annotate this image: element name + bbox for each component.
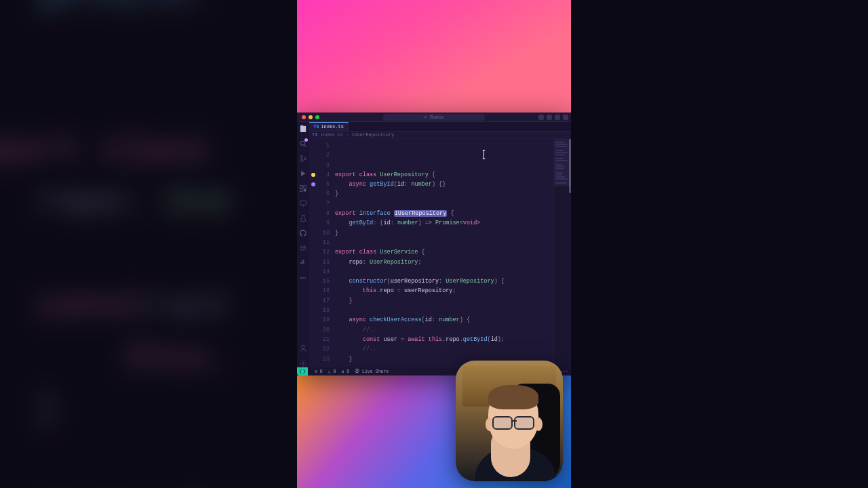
video-stage: ⌕ Поиск bbox=[297, 0, 571, 488]
text-cursor-icon bbox=[433, 140, 439, 150]
tab-label: index.ts bbox=[321, 124, 344, 129]
svg-rect-11 bbox=[300, 262, 302, 264]
scrollbar-thumb[interactable] bbox=[569, 139, 571, 193]
status-ports[interactable]: ⇅ 0 bbox=[341, 369, 349, 374]
line-number: 4 bbox=[317, 170, 330, 180]
account-icon[interactable] bbox=[299, 344, 307, 352]
titlebar: ⌕ Поиск bbox=[297, 113, 571, 122]
code-line[interactable]: repo: UserRepository; bbox=[335, 258, 552, 267]
line-number-gutter: 1234567891011121314151617181920212223 bbox=[317, 139, 332, 367]
line-number: 16 bbox=[317, 286, 330, 296]
svg-rect-12 bbox=[302, 262, 304, 264]
breadcrumb[interactable]: TS index.ts › IUserRepository bbox=[309, 131, 571, 139]
line-number: 8 bbox=[317, 209, 330, 218]
line-number: 7 bbox=[317, 199, 330, 209]
svg-point-16 bbox=[304, 277, 306, 279]
editor-group: TS index.ts TS index.ts › IUserRepositor… bbox=[309, 122, 571, 367]
svg-rect-5 bbox=[304, 186, 307, 188]
glyph-margin[interactable] bbox=[309, 139, 317, 367]
line-number: 6 bbox=[317, 189, 330, 199]
svg-rect-6 bbox=[300, 189, 303, 192]
customize-layout-icon[interactable] bbox=[563, 115, 568, 120]
code-line[interactable]: export class UserRepository { bbox=[335, 170, 552, 180]
status-errors[interactable]: ⊘ 0 bbox=[315, 369, 323, 374]
svg-rect-8 bbox=[300, 201, 307, 205]
run-debug-icon[interactable] bbox=[299, 169, 307, 178]
remote-explorer-icon[interactable] bbox=[299, 199, 307, 207]
line-number: 10 bbox=[317, 228, 330, 238]
svg-point-2 bbox=[300, 160, 302, 162]
panel-toggle-icon[interactable] bbox=[538, 115, 544, 120]
typescript-icon: TS bbox=[312, 132, 317, 138]
more-icon[interactable] bbox=[299, 274, 307, 282]
line-number: 20 bbox=[317, 325, 330, 335]
live-share-icon[interactable] bbox=[299, 244, 307, 252]
more-actions-icon[interactable] bbox=[563, 124, 568, 129]
line-number: 19 bbox=[317, 315, 330, 325]
minimap[interactable] bbox=[553, 139, 571, 367]
window-traffic-lights[interactable] bbox=[302, 115, 319, 119]
minimize-icon[interactable] bbox=[309, 115, 313, 119]
svg-rect-13 bbox=[302, 260, 304, 262]
source-control-icon[interactable] bbox=[299, 155, 307, 163]
code-line[interactable]: this.repo = userRepository; bbox=[335, 286, 552, 296]
selection-highlight: IUserRepository bbox=[394, 210, 448, 217]
line-number: 18 bbox=[317, 306, 330, 315]
github-icon[interactable] bbox=[299, 229, 307, 237]
code-line[interactable]: const user = await this.repo.getById(id)… bbox=[335, 335, 552, 344]
code-line[interactable] bbox=[335, 199, 552, 209]
breadcrumb-file[interactable]: index.ts bbox=[320, 132, 343, 138]
testing-icon[interactable] bbox=[299, 214, 307, 222]
line-number: 9 bbox=[317, 218, 330, 228]
code-line[interactable]: async checkUserAccess(id: number) { bbox=[335, 315, 552, 325]
editor-body: 1234567891011121314151617181920212223 ex… bbox=[309, 139, 571, 367]
code-line[interactable]: //... bbox=[335, 344, 552, 354]
code-line[interactable]: } bbox=[335, 189, 552, 199]
code-line[interactable]: } bbox=[335, 296, 552, 306]
breakpoint-icon[interactable] bbox=[311, 182, 315, 186]
extensions-icon[interactable] bbox=[299, 184, 307, 192]
lightbulb-icon[interactable] bbox=[311, 173, 315, 177]
line-number: 2 bbox=[317, 150, 330, 160]
code-line[interactable] bbox=[335, 238, 552, 247]
code-line[interactable]: getById: (id: number) => Promise<void> bbox=[335, 218, 552, 228]
line-number: 23 bbox=[317, 354, 330, 364]
close-icon[interactable] bbox=[302, 115, 306, 119]
code-line[interactable]: //... bbox=[335, 325, 552, 335]
code-line[interactable] bbox=[335, 267, 552, 277]
svg-point-3 bbox=[304, 158, 307, 160]
code-editor[interactable]: export class UserRepository { async getB… bbox=[332, 139, 553, 367]
typescript-icon: TS bbox=[313, 124, 319, 129]
code-line[interactable]: export class UserService { bbox=[335, 247, 552, 257]
status-warnings[interactable]: △ 0 bbox=[328, 369, 336, 374]
command-center-search[interactable]: ⌕ Поиск bbox=[383, 114, 485, 121]
svg-point-15 bbox=[302, 277, 304, 279]
settings-gear-icon[interactable] bbox=[299, 359, 307, 367]
code-line[interactable]: } bbox=[335, 228, 552, 238]
tab-index-ts[interactable]: TS index.ts bbox=[309, 122, 349, 131]
docker-icon[interactable] bbox=[299, 259, 307, 267]
code-line[interactable]: async getById(id: number) {} bbox=[335, 180, 552, 189]
source-control-badge bbox=[304, 138, 308, 142]
status-live-share[interactable]: ⦿ Live Share bbox=[355, 369, 389, 374]
titlebar-layout-controls[interactable] bbox=[538, 115, 568, 120]
code-line[interactable] bbox=[335, 306, 552, 315]
presenter-webcam bbox=[456, 361, 563, 481]
code-line[interactable]: constructor(userRepository: UserReposito… bbox=[335, 277, 552, 286]
svg-point-17 bbox=[302, 346, 305, 349]
svg-point-9 bbox=[300, 246, 302, 248]
code-line[interactable]: export interface IUserRepository { bbox=[335, 209, 552, 218]
line-number: 3 bbox=[317, 161, 330, 170]
sidebar-toggle-icon[interactable] bbox=[547, 115, 552, 120]
line-number: 12 bbox=[317, 247, 330, 257]
svg-point-1 bbox=[300, 156, 302, 158]
breadcrumb-symbol[interactable]: IUserRepository bbox=[351, 132, 394, 138]
line-number: 21 bbox=[317, 335, 330, 344]
layout-icon[interactable] bbox=[555, 115, 560, 120]
svg-point-18 bbox=[302, 363, 304, 365]
explorer-icon[interactable] bbox=[299, 125, 307, 133]
maximize-icon[interactable] bbox=[315, 115, 319, 119]
remote-indicator[interactable] bbox=[297, 367, 308, 375]
split-editor-icon[interactable] bbox=[555, 124, 560, 129]
editor-actions[interactable] bbox=[555, 122, 571, 131]
